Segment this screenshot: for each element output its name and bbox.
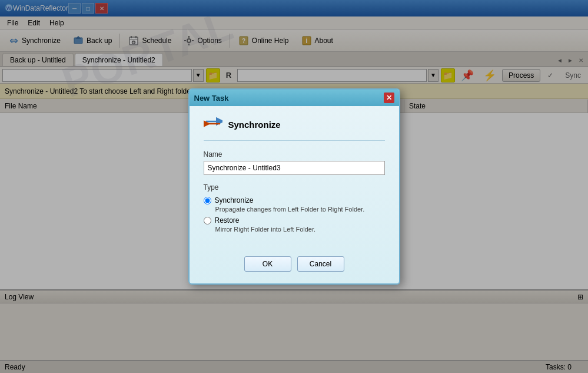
synchronize-radio-desc: Propagate changes from Left Folder to Ri… [215, 206, 385, 213]
synchronize-radio[interactable] [204, 197, 211, 204]
modal-overlay: New Task ✕ [0, 0, 588, 373]
dialog-sync-header: Synchronize [204, 115, 385, 141]
dialog-title-bar: New Task ✕ [190, 90, 399, 106]
name-input[interactable] [204, 161, 385, 175]
synchronize-radio-label: Synchronize [215, 196, 254, 204]
type-radio-group: Synchronize Propagate changes from Left … [204, 196, 385, 233]
restore-radio-desc: Mirror Right Folder into Left Folder. [215, 226, 385, 233]
dialog-title: New Task [194, 94, 229, 103]
restore-radio-item: Restore Mirror Right Folder into Left Fo… [204, 216, 385, 233]
synchronize-radio-row: Synchronize [204, 196, 385, 204]
synchronize-radio-item: Synchronize Propagate changes from Left … [204, 196, 385, 213]
dialog-close-button[interactable]: ✕ [384, 93, 394, 103]
dialog-sync-icon [204, 115, 222, 133]
dialog-sync-title: Synchronize [228, 120, 281, 130]
new-task-dialog: New Task ✕ [188, 88, 400, 285]
restore-radio[interactable] [204, 217, 211, 225]
dialog-body: Synchronize Name Type Synchronize Propag… [190, 106, 399, 252]
restore-radio-row: Restore [204, 216, 385, 225]
name-label: Name [204, 150, 385, 159]
restore-radio-label: Restore [215, 216, 240, 225]
ok-button[interactable]: OK [244, 256, 291, 272]
type-label: Type [204, 183, 385, 192]
dialog-buttons: OK Cancel [190, 256, 399, 272]
cancel-button[interactable]: Cancel [297, 256, 344, 272]
